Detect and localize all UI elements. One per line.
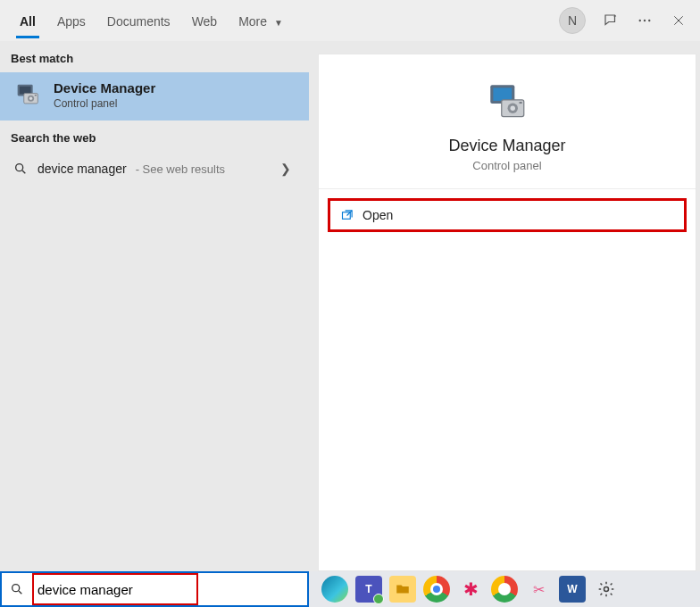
- detail-actions: Open: [319, 189, 696, 241]
- taskbar: T ✱ ✂ W: [0, 571, 700, 607]
- filter-tabs: All Apps Documents Web More ▼: [9, 4, 294, 37]
- chrome-canary-icon[interactable]: [491, 576, 518, 603]
- svg-point-9: [16, 164, 23, 171]
- svg-point-18: [604, 587, 609, 592]
- tab-more[interactable]: More ▼: [228, 4, 294, 37]
- svg-rect-4: [20, 87, 31, 95]
- close-button[interactable]: [670, 12, 688, 29]
- web-result-row[interactable]: device manager - See web results ❯: [0, 152, 309, 186]
- slack-icon[interactable]: ✱: [457, 576, 484, 603]
- snip-icon[interactable]: ✂: [525, 576, 552, 603]
- best-match-text: Device Manager Control panel: [54, 80, 155, 110]
- open-icon: [339, 208, 354, 222]
- svg-rect-8: [35, 95, 37, 96]
- tab-apps[interactable]: Apps: [46, 4, 96, 37]
- settings-icon[interactable]: [593, 576, 620, 603]
- chevron-right-icon[interactable]: ❯: [280, 162, 296, 176]
- user-avatar[interactable]: N: [559, 7, 586, 34]
- tab-all[interactable]: All: [9, 4, 46, 37]
- best-match-header: Best match: [0, 41, 309, 72]
- svg-point-14: [511, 106, 515, 111]
- results-panel: Best match Device Manager Control panel …: [0, 41, 309, 571]
- open-action[interactable]: Open: [328, 198, 687, 232]
- taskbar-apps: T ✱ ✂ W: [314, 576, 627, 603]
- search-input[interactable]: [32, 573, 307, 605]
- feedback-icon[interactable]: [602, 12, 620, 29]
- web-result-query: device manager: [38, 162, 127, 176]
- more-options-icon[interactable]: [636, 12, 654, 29]
- detail-header: Device Manager Control panel: [319, 54, 696, 189]
- taskbar-search[interactable]: [0, 571, 309, 607]
- best-match-title: Device Manager: [54, 80, 155, 96]
- tab-documents[interactable]: Documents: [96, 4, 181, 37]
- open-label: Open: [362, 208, 393, 222]
- tab-web[interactable]: Web: [181, 4, 229, 37]
- detail-panel: Device Manager Control panel Open: [318, 54, 696, 571]
- device-manager-icon: [12, 79, 43, 110]
- svg-point-1: [644, 20, 646, 21]
- tab-more-label: More: [238, 14, 267, 29]
- device-manager-large-icon: [485, 79, 529, 124]
- detail-title: Device Manager: [448, 137, 565, 155]
- svg-point-7: [29, 97, 32, 100]
- word-icon[interactable]: W: [559, 576, 586, 603]
- file-explorer-icon[interactable]: [389, 576, 416, 603]
- svg-rect-11: [493, 87, 512, 101]
- search-icon: [2, 582, 32, 596]
- svg-rect-15: [520, 102, 522, 104]
- header-actions: N: [559, 7, 691, 34]
- svg-point-2: [648, 20, 650, 21]
- teams-icon[interactable]: T: [355, 576, 382, 603]
- search-icon: [12, 161, 29, 177]
- web-result-suffix: - See web results: [136, 162, 225, 176]
- svg-point-0: [639, 20, 641, 21]
- chrome-icon[interactable]: [423, 576, 450, 603]
- best-match-result[interactable]: Device Manager Control panel: [0, 72, 309, 121]
- search-web-header: Search the web: [0, 121, 309, 152]
- svg-point-17: [12, 585, 20, 592]
- best-match-subtitle: Control panel: [54, 97, 155, 110]
- search-header: All Apps Documents Web More ▼ N: [0, 0, 700, 41]
- edge-icon[interactable]: [321, 576, 348, 603]
- chevron-down-icon: ▼: [274, 18, 283, 28]
- detail-subtitle: Control panel: [472, 159, 541, 172]
